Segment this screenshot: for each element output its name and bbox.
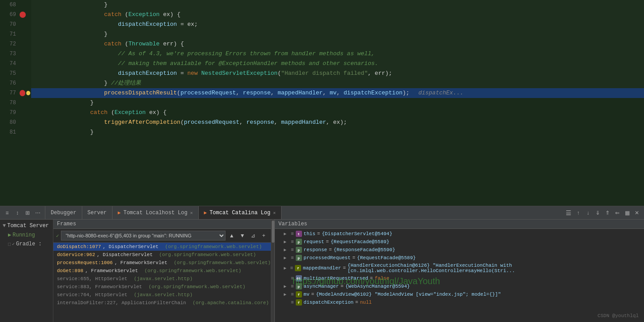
code-line-78: }	[31, 98, 644, 108]
breakpoint-icon[interactable]	[20, 12, 26, 18]
expand-icon[interactable]: ▶	[284, 247, 289, 253]
thread-dropdown[interactable]: "http-nio-8080-exec-6"@5,403 in group "m…	[61, 231, 225, 240]
server-sidebar: ▼ Tomcat Server ▶ Running ⬚ ✓ Gradle :	[0, 220, 53, 322]
var-item-request[interactable]: ▶ ≡ p request = {RequestFacade@5589}	[275, 238, 644, 246]
expand-icon[interactable]: ▶	[284, 292, 289, 297]
frames-list: doDispatch:1077, DispatcherServlet (org.…	[53, 243, 271, 322]
frames-scroll-thumb[interactable]	[272, 220, 274, 243]
close-localhost-log-btn[interactable]: ✕	[190, 210, 193, 216]
var-item-mv[interactable]: ▶ ≡ f mv = {ModelAndView@6102} "ModelAnd…	[275, 290, 644, 298]
tab-tomcat-localhost[interactable]: ▶ Tomcat Localhost Log ✕	[113, 206, 199, 219]
frame-item-1[interactable]: doService:962, DispatcherServlet (org.sp…	[53, 251, 271, 259]
var-type-field: f	[295, 265, 301, 271]
breakpoint-active-icon[interactable]	[20, 90, 25, 96]
toolbar-menu-btn[interactable]: ☰	[564, 208, 573, 217]
code-line-70: dispatchException = ex;	[31, 20, 644, 29]
frames-panel: Frames ✓ "http-nio-8080-exec-6"@5,403 in…	[53, 220, 271, 322]
toolbar-close-btn[interactable]: ✕	[632, 208, 641, 217]
sort-icon[interactable]: ≡	[3, 208, 12, 217]
thread-filter-btn[interactable]: ⊿	[249, 231, 258, 240]
code-line-79: catch (Exception ex) {	[31, 108, 644, 118]
tab-server[interactable]: Server	[82, 206, 113, 219]
expand-icon: ▶	[284, 276, 289, 281]
up-icon[interactable]: ↕	[13, 208, 22, 217]
toolbar-left-btn[interactable]: ⇐	[613, 208, 622, 217]
code-line-74: // making them available for @ExceptionH…	[31, 59, 644, 69]
toolbar-down-btn[interactable]: ↓	[584, 208, 592, 217]
code-line-71: }	[31, 29, 644, 39]
code-line-75: dispatchException = new NestedServletExc…	[31, 69, 644, 78]
code-editor: 68 69 70 71 72 73 74 75 76 77 78 79 80 8…	[0, 0, 644, 206]
filter-icon[interactable]: ⊞	[23, 208, 32, 217]
frames-scrollbar[interactable]	[271, 220, 275, 322]
var-item-multipart[interactable]: ▶ ≡ 01 multipartRequestParsed = false	[275, 274, 644, 282]
variables-list: ▶ ≡ t this = {DispatcherServlet@5494} ▶ …	[275, 229, 644, 322]
frame-item-0[interactable]: doDispatch:1077, DispatcherServlet (org.…	[53, 243, 271, 251]
tab-debugger[interactable]: Debugger	[45, 206, 82, 219]
expand-icon[interactable]: ▶	[284, 265, 289, 271]
var-item-response[interactable]: ▶ ≡ p response = {ResponseFacade@5590}	[275, 246, 644, 254]
sidebar-tomcat-server[interactable]: ▼ Tomcat Server	[0, 221, 53, 230]
frames-header: Frames	[53, 220, 271, 229]
frame-item-4[interactable]: service:655, HttpServlet (javax.servlet.…	[53, 275, 271, 283]
var-type-p2: p	[296, 247, 302, 253]
expand-icon: ▶	[284, 300, 289, 305]
toolbar-up-btn[interactable]: ↑	[574, 208, 583, 217]
var-type-p4: p	[296, 283, 302, 289]
toolbar-grid-btn[interactable]: ▦	[623, 208, 632, 217]
thread-up-btn[interactable]: ▲	[227, 231, 236, 240]
var-type-p3: p	[296, 255, 302, 261]
expand-icon[interactable]: ▶	[284, 239, 289, 245]
variables-header: Variables	[275, 220, 644, 229]
var-type-p: p	[296, 239, 302, 245]
var-item-asyncmanager[interactable]: ▶ ≡ p asyncManager = {WebAsyncManager@55…	[275, 282, 644, 290]
code-line-69: catch (Exception ex) {	[31, 10, 644, 20]
expand-icon[interactable]: ▶	[284, 284, 289, 289]
frame-item-2[interactable]: processRequest:1006, FrameworkServlet (o…	[53, 259, 271, 267]
code-line-76: } //处理结果	[31, 78, 644, 88]
variables-panel: Variables ▶ ≡ t this = {DispatcherServle…	[275, 220, 644, 322]
code-line-72: catch (Throwable err) {	[31, 39, 644, 49]
frame-item-7[interactable]: internalDoFilter:227, ApplicationFilterC…	[53, 299, 271, 307]
var-type-field3: f	[296, 299, 302, 306]
thread-selector: ✓ "http-nio-8080-exec-6"@5,403 in group …	[53, 229, 271, 243]
toolbar-up2-btn[interactable]: ⇑	[603, 208, 612, 217]
code-content: } catch (Exception ex) { dispatchExcepti…	[31, 0, 644, 206]
expand-icon[interactable]: ▶	[284, 231, 289, 236]
code-line-77-active: processDispatchResult(processedRequest, …	[31, 88, 644, 98]
bottom-panel: ≡ ↕ ⊞ ⋯ Debugger Server ▶ Tomcat Localho…	[0, 206, 644, 322]
expand-icon[interactable]: ▶	[284, 255, 289, 261]
var-item-mappedhandler[interactable]: ▶ ≡ f mappedHandler = {HandlerExecutionC…	[275, 262, 644, 274]
var-type-field2: f	[296, 291, 302, 298]
frame-item-6[interactable]: service:764, HttpServlet (javax.servlet.…	[53, 291, 271, 299]
current-line-indicator	[26, 91, 30, 95]
code-line-81: }	[31, 127, 644, 137]
frame-item-5[interactable]: service:883, FrameworkServlet (org.sprin…	[53, 283, 271, 291]
var-type-01: 01	[296, 275, 302, 281]
toolbar-down2-btn[interactable]: ⇓	[593, 208, 602, 217]
gutter: 68 69 70 71 72 73 74 75 76 77 78 79 80 8…	[0, 0, 31, 206]
sidebar-running[interactable]: ▶ Running	[0, 230, 53, 240]
var-item-dispatchexception[interactable]: ▶ ≡ f dispatchException = null	[275, 298, 644, 306]
var-type-this: t	[296, 231, 302, 237]
thread-add-btn[interactable]: +	[259, 231, 268, 240]
var-item-processedrequest[interactable]: ▶ ≡ p processedRequest = {RequestFacade@…	[275, 254, 644, 262]
code-line-73: // As of 4.3, we're processing Errors th…	[31, 49, 644, 59]
close-catalina-log-btn[interactable]: ✕	[273, 210, 276, 216]
more-icon[interactable]: ⋯	[33, 208, 42, 217]
tab-tomcat-catalina[interactable]: ▶ Tomcat Catalina Log ✕	[199, 206, 282, 219]
code-line-68: }	[31, 0, 644, 10]
sidebar-gradle[interactable]: ⬚ ✓ Gradle :	[0, 240, 53, 249]
frame-item-3[interactable]: doGet:898, FrameworkServlet (org.springf…	[53, 267, 271, 275]
thread-down-btn[interactable]: ▼	[238, 231, 247, 240]
code-line-80: triggerAfterCompletion(processedRequest,…	[31, 118, 644, 127]
var-item-this[interactable]: ▶ ≡ t this = {DispatcherServlet@5494}	[275, 230, 644, 238]
